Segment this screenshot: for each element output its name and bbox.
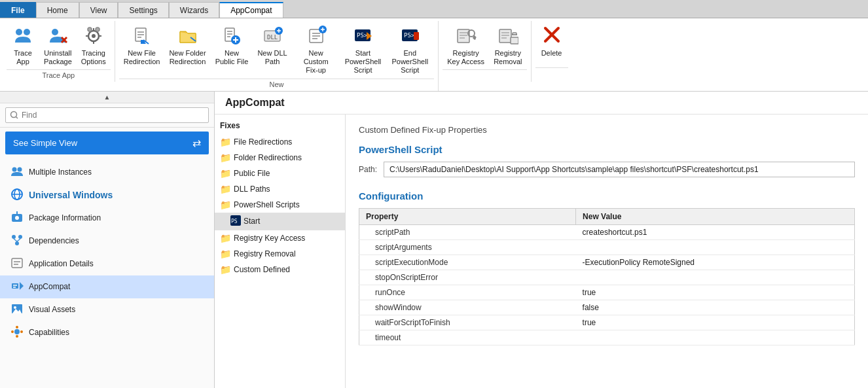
svg-rect-44 (458, 29, 469, 43)
sidebar-item-package-information[interactable]: Package Information (0, 207, 214, 230)
folder-icon-file-redirections: 📁 (220, 137, 231, 147)
ribbon-group-trace-app: TraceApp UninstallPackage (3, 21, 115, 82)
fix-label-custom-defined: Custom Defined (234, 265, 290, 274)
registry-key-access-label: RegistryKey Access (447, 49, 484, 66)
tab-view[interactable]: View (79, 2, 118, 18)
simple-view-button[interactable]: See Simple View ⇄ (5, 132, 209, 154)
svg-rect-57 (513, 33, 516, 35)
sidebar-item-appcompat[interactable]: AppCompat (0, 275, 214, 298)
svg-line-72 (17, 239, 20, 241)
registry-group-label (443, 69, 526, 82)
new-public-file-icon (220, 24, 244, 48)
tab-settings[interactable]: Settings (118, 2, 168, 18)
fix-label-registry-key-access: Registry Key Access (234, 234, 305, 243)
search-bar (0, 103, 214, 128)
universal-windows-icon (10, 188, 24, 203)
tab-appcompat[interactable]: AppCompat (219, 2, 283, 18)
config-property-value: true (576, 315, 855, 330)
fix-label-dll-paths: DLL Paths (234, 185, 270, 194)
sidebar: ▲ See Simple View ⇄ Multiple Instances (0, 92, 215, 388)
sidebar-nav: Multiple Instances Universal Windows (0, 158, 214, 388)
main-layout: ▲ See Simple View ⇄ Multiple Instances (0, 92, 868, 388)
new-dll-path-button[interactable]: DLL New DLLPath (253, 21, 291, 69)
new-folder-redirection-button[interactable]: New FolderRedirection (164, 21, 210, 69)
new-folder-redirection-label: New FolderRedirection (169, 49, 206, 66)
svg-point-68 (12, 235, 16, 239)
dependencies-icon (10, 234, 24, 249)
folder-icon-public-file: 📁 (220, 168, 231, 179)
trace-app-button[interactable]: TraceApp (7, 21, 39, 69)
fix-item-folder-redirections[interactable]: 📁 Folder Redirections (215, 150, 345, 166)
path-label: Path: (359, 165, 378, 174)
content-body: Fixes 📁 File Redirections 📁 Folder Redir… (215, 115, 868, 388)
tracing-options-button[interactable]: TracingOptions (77, 21, 111, 69)
path-value: C:\Users\RaduDaniel\Desktop\AI Support\A… (384, 162, 855, 177)
registry-removal-button[interactable]: RegistryRemoval (489, 21, 526, 69)
end-powershell-script-icon: PS> (398, 24, 422, 48)
svg-point-84 (16, 326, 18, 328)
table-row: scriptArguments (359, 239, 855, 255)
ps-icon-start: PS (230, 215, 241, 228)
new-file-redirection-button[interactable]: New FileRedirection (119, 21, 165, 69)
application-details-icon (10, 256, 24, 272)
appcompat-label: AppCompat (29, 282, 70, 291)
delete-icon (540, 24, 564, 48)
svg-rect-51 (499, 29, 511, 43)
sidebar-scroll-up[interactable]: ▲ (0, 92, 214, 103)
fix-item-powershell-scripts[interactable]: 📁 PowerShell Scripts (215, 197, 345, 213)
trace-app-icon (11, 24, 35, 48)
fix-item-start[interactable]: PS Start (215, 213, 345, 230)
new-custom-fixup-label: New CustomFix-up (297, 49, 336, 75)
sidebar-item-dependencies[interactable]: Dependencies (0, 230, 214, 253)
uninstall-package-button[interactable]: UninstallPackage (39, 21, 77, 69)
fix-item-registry-removal[interactable]: 📁 Registry Removal (215, 246, 345, 262)
fix-label-folder-redirections: Folder Redirections (234, 153, 302, 162)
tab-wizards[interactable]: Wizards (169, 2, 219, 18)
sidebar-item-capabilities[interactable]: Capabilities (0, 321, 214, 344)
svg-rect-76 (12, 283, 18, 289)
visual-assets-icon (10, 302, 24, 317)
path-row: Path: C:\Users\RaduDaniel\Desktop\AI Sup… (359, 162, 855, 177)
new-file-redirection-icon (130, 24, 154, 48)
fix-item-file-redirections[interactable]: 📁 File Redirections (215, 134, 345, 150)
config-property-name: scriptExecutionMode (359, 255, 576, 270)
fixes-panel: Fixes 📁 File Redirections 📁 Folder Redir… (215, 115, 346, 388)
fix-item-custom-defined[interactable]: 📁 Custom Defined (215, 262, 345, 277)
content-header: AppCompat (215, 92, 868, 115)
new-file-redirection-label: New FileRedirection (124, 49, 160, 66)
fix-label-start: Start (244, 217, 260, 226)
config-property-name: waitForScriptToFinish (359, 315, 576, 330)
folder-icon-custom-defined: 📁 (220, 264, 231, 275)
ribbon: TraceApp UninstallPackage (0, 18, 868, 92)
svg-point-83 (14, 329, 20, 334)
sidebar-item-multiple-instances[interactable]: Multiple Instances (0, 161, 214, 184)
package-information-icon (10, 211, 24, 226)
sidebar-item-application-details[interactable]: Application Details (0, 253, 214, 275)
start-powershell-script-button[interactable]: PS> StartPowerShellScript (340, 21, 386, 79)
folder-icon-dll-paths: 📁 (220, 184, 231, 194)
fix-item-dll-paths[interactable]: 📁 DLL Paths (215, 181, 345, 197)
content-area: AppCompat Fixes 📁 File Redirections 📁 Fo… (215, 92, 868, 388)
appcompat-icon (10, 279, 24, 294)
fix-item-registry-key-access[interactable]: 📁 Registry Key Access (215, 230, 345, 246)
new-custom-fixup-button[interactable]: New CustomFix-up (292, 21, 340, 79)
tracing-options-label: TracingOptions (81, 49, 106, 66)
new-public-file-button[interactable]: NewPublic File (211, 21, 253, 69)
sidebar-item-visual-assets[interactable]: Visual Assets (0, 298, 214, 321)
search-input[interactable] (5, 107, 209, 123)
tracing-options-icon (82, 24, 105, 48)
svg-point-87 (20, 330, 23, 333)
config-header-value: New Value (576, 208, 855, 224)
end-powershell-script-button[interactable]: PS> End PowerShellScript (386, 21, 434, 79)
new-folder-redirection-icon (176, 24, 200, 48)
fix-item-public-file[interactable]: 📁 Public File (215, 166, 345, 181)
svg-point-1 (24, 29, 30, 35)
svg-point-6 (92, 34, 96, 38)
table-row: waitForScriptToFinishtrue (359, 315, 855, 330)
table-row: timeout (359, 330, 855, 345)
delete-button[interactable]: Delete (535, 21, 568, 61)
registry-key-access-button[interactable]: RegistryKey Access (443, 21, 489, 69)
tab-home[interactable]: Home (36, 2, 79, 18)
config-property-name: scriptPath (359, 224, 576, 239)
tab-file[interactable]: File (0, 2, 36, 18)
